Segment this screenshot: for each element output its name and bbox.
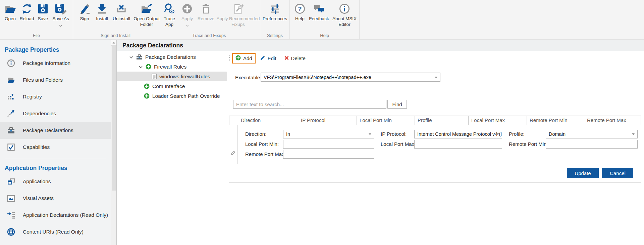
reload-label: Reload [20, 16, 34, 22]
sidebar-heading-package-properties: Package Properties [5, 46, 111, 53]
ip-protocol-combobox[interactable]: Internet Control Message Protocol v4 (I.… [414, 130, 502, 138]
column-header-ip-protocol[interactable]: IP Protocol [298, 116, 357, 125]
direction-combobox[interactable]: In [283, 130, 374, 138]
remove-icon [200, 2, 212, 16]
scroll-up-icon[interactable] [111, 40, 116, 46]
help-button[interactable]: ? Help [292, 2, 308, 22]
applications-icon [7, 178, 15, 186]
column-header-profile[interactable]: Profile [415, 116, 468, 125]
page-title: Package Declarations [122, 42, 183, 49]
column-header-remote-port-max[interactable]: Remote Port Max [584, 116, 641, 125]
row-header-divider [237, 125, 238, 164]
local-port-min-input[interactable] [283, 140, 374, 149]
open-icon [4, 2, 16, 16]
tree-item-package-declarations[interactable]: Package Declarations [117, 52, 227, 62]
update-label: Update [575, 170, 591, 176]
tree-item-firewall-rules[interactable]: Firewall Rules [117, 62, 227, 72]
green-plus-icon [235, 55, 241, 62]
sign-button[interactable]: Sign [76, 2, 93, 22]
sidebar: Package Properties Package Information F… [0, 40, 111, 245]
cancel-button[interactable]: Cancel [602, 168, 633, 178]
delete-x-icon [284, 55, 289, 61]
sidebar-item-label: Content URIs (Read Only) [23, 229, 84, 235]
update-button[interactable]: Update [567, 168, 599, 178]
tree-item-windows-firewallrules[interactable]: windows.firewallRules [117, 72, 227, 81]
open-output-folder-button[interactable]: Open Output Folder [132, 2, 161, 28]
help-icon: ? [294, 2, 306, 16]
tree-item-com-interface[interactable]: Com Interface [117, 81, 227, 91]
sidebar-item-package-information[interactable]: Package Information [0, 55, 111, 72]
sidebar-scrollbar[interactable] [111, 40, 116, 245]
column-header-local-port-max[interactable]: Local Port Max [468, 116, 527, 125]
sidebar-item-label: Package Information [23, 60, 70, 66]
scrollbar-thumb[interactable] [112, 46, 116, 191]
save-as-button[interactable]: Save As [51, 2, 71, 28]
remote-port-min-input[interactable] [546, 140, 638, 149]
save-button[interactable]: Save [35, 2, 51, 22]
delete-button[interactable]: Delete [282, 54, 308, 63]
remove-button[interactable]: Remove [196, 2, 216, 22]
sidebar-item-capabilities[interactable]: Capabilities [0, 139, 111, 156]
sidebar-item-registry[interactable]: Registry [0, 88, 111, 105]
install-button[interactable]: Install [93, 2, 111, 22]
tree-item-label: Package Declarations [145, 54, 196, 60]
tree-item-label: Firewall Rules [154, 64, 186, 70]
apply-recommended-fixups-button[interactable]: Apply Recommended Fixups [216, 2, 260, 28]
detail-panel: Add Edit Delete Executable VFS\ProgramFi… [227, 51, 644, 245]
sidebar-item-content-uris[interactable]: Content URIs (Read Only) [0, 223, 111, 240]
local-port-max-label: Local Port Max: [381, 140, 416, 149]
chevron-down-icon [59, 22, 62, 28]
tree-item-loader-search-path-override[interactable]: Loader Search Path Override [117, 91, 227, 101]
toolbar-grip-handle[interactable] [229, 55, 230, 61]
open-label: Open [5, 16, 16, 22]
sidebar-item-files-and-folders[interactable]: Files and Folders [0, 72, 111, 88]
info-icon [7, 59, 15, 67]
sidebar-item-application-declarations[interactable]: Application Declarations (Read Only) [0, 207, 111, 223]
declarations-tree: Package Declarations Firewall Rules wind… [117, 51, 227, 245]
about-icon [339, 2, 350, 16]
edit-button[interactable]: Edit [258, 54, 279, 63]
search-input[interactable] [233, 100, 386, 109]
dependencies-icon [7, 110, 15, 118]
reload-button[interactable]: Reload [18, 2, 35, 22]
apply-button[interactable]: Apply [178, 2, 196, 28]
profile-combobox[interactable]: Domain [546, 130, 638, 138]
sidebar-item-package-declarations[interactable]: Package Declarations [0, 122, 111, 139]
chevron-down-icon[interactable] [129, 56, 133, 58]
profile-label: Profile: [509, 130, 525, 138]
find-button[interactable]: Find [387, 100, 407, 109]
green-plus-icon [144, 83, 150, 89]
preferences-button[interactable]: Preferences [261, 2, 289, 22]
executable-value: VFS\ProgramFilesX86\Notepad++\notepad++.… [264, 75, 371, 80]
open-output-folder-icon [141, 2, 153, 16]
column-header-local-port-min[interactable]: Local Port Min [357, 116, 415, 125]
open-button[interactable]: Open [2, 2, 18, 22]
preferences-label: Preferences [263, 16, 287, 22]
sidebar-item-label: Dependencies [23, 111, 56, 117]
feedback-button[interactable]: Feedback [308, 2, 330, 22]
uninstall-label: Uninstall [113, 16, 130, 22]
local-port-max-input[interactable] [414, 140, 502, 149]
column-header-remote-port-min[interactable]: Remote Port Min [527, 116, 584, 125]
section-divider [227, 92, 644, 92]
form-actions-row: Update Cancel [229, 164, 641, 183]
chevron-down-icon [185, 22, 189, 28]
apply-icon [182, 2, 193, 16]
sidebar-item-visual-assets[interactable]: Visual Assets [0, 190, 111, 207]
reload-icon [21, 2, 33, 16]
install-label: Install [96, 16, 108, 22]
add-button[interactable]: Add [232, 53, 256, 64]
sidebar-item-applications[interactable]: Applications [0, 173, 111, 190]
sidebar-item-dependencies[interactable]: Dependencies [0, 105, 111, 122]
remote-port-max-input[interactable] [283, 150, 374, 159]
trace-app-button[interactable]: Trace App [160, 2, 178, 28]
ribbon-group-sign-install: Sign Install Uninstall Open Output Folde… [73, 0, 158, 39]
save-as-icon [54, 2, 67, 16]
about-msix-editor-button[interactable]: About MSIX Editor [330, 2, 359, 28]
sidebar-item-label: Files and Folders [23, 77, 63, 83]
chevron-down-icon[interactable] [138, 66, 143, 68]
column-header-direction[interactable]: Direction [238, 116, 298, 125]
executable-combobox[interactable]: VFS\ProgramFilesX86\Notepad++\notepad++.… [261, 73, 440, 82]
uninstall-button[interactable]: Uninstall [111, 2, 132, 22]
pencil-icon [260, 55, 265, 61]
